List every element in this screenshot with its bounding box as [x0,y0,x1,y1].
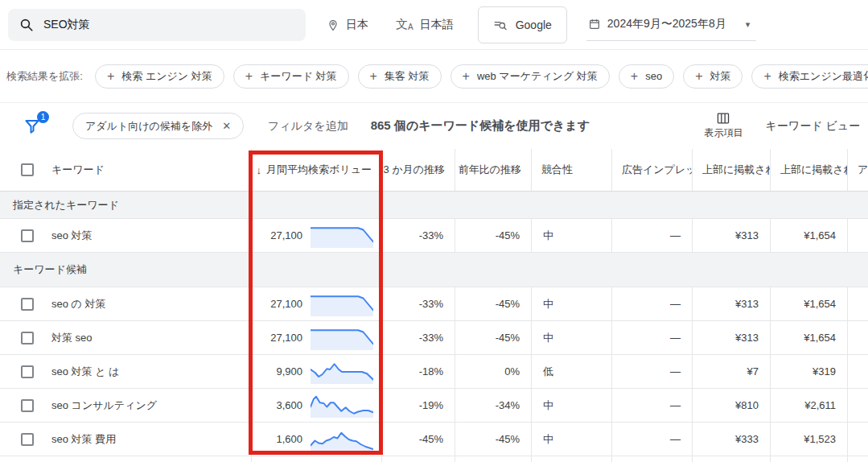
top-bid-high-value: ¥1,523 [804,433,836,445]
keyword-label: seo 対策 [51,229,93,243]
ad-impressions-cell: — [611,219,692,252]
search-icon [19,18,34,32]
row-checkbox[interactable] [21,298,34,311]
volume-cell: 9,900 [251,355,381,388]
three-month-cell: -33% [381,219,455,252]
row-checkbox[interactable] [21,365,34,378]
chip-label: 対策 [710,69,730,84]
language-selector[interactable]: 文A 日本語 [396,17,454,32]
ad-impressions-cell: — [611,287,692,320]
keyword-label: seo 対策 費用 [51,432,116,447]
yoy-value: -45% [496,332,520,344]
competition-cell: 中 [531,321,611,354]
active-filter-chip[interactable]: アダルト向けの候補を除外 ✕ [72,113,244,139]
header-keyword[interactable]: キーワード [0,149,251,191]
ad-impressions-cell: — [611,389,692,422]
header-three-month-label: 3 か月の推移 [384,163,445,177]
top-bid-high-value: ¥1,654 [804,229,836,241]
filter-funnel-button[interactable]: 1 [23,117,42,136]
ad-impressions-value: — [670,365,681,377]
location-label: 日本 [346,18,368,32]
top-bid-high-cell: ¥1,654 [770,321,847,354]
expand-keyword-chip[interactable]: + web マーケティング 対策 [450,64,610,89]
ad-impressions-cell: — [611,321,692,354]
ad-impressions-value: — [670,433,681,445]
plus-icon: + [631,70,638,83]
table-tools: 表示項目 キーワード ビュー [704,112,860,140]
chip-label: 集客 対策 [385,69,430,84]
three-month-cell: -45% [381,423,455,456]
three-month-value: -33% [419,229,443,241]
header-three-month[interactable]: 3 か月の推移 [381,149,455,191]
header-yoy[interactable]: 前年比の推移 [455,149,531,191]
expand-keyword-chip[interactable]: + キーワード 対策 [233,64,349,89]
ad-impressions-value: — [670,332,681,344]
yoy-cell: -34% [455,389,531,422]
competition-cell: 中 [531,219,611,252]
trend-sparkline [311,292,373,316]
account-cell [847,355,868,388]
expand-keyword-chip[interactable]: + 検索エンジン最適化 [751,64,868,89]
keyword-search-input[interactable] [43,19,294,31]
columns-button[interactable]: 表示項目 [704,112,743,140]
account-cell [847,321,868,354]
header-top-bid-high-label: 上部に掲載され [780,163,847,177]
volume-value: 27,100 [261,332,302,344]
search-network-icon [493,18,508,32]
network-selector-button[interactable]: Google [478,6,567,43]
volume-cell: 27,100 [251,321,381,354]
top-bid-high-value: ¥319 [812,365,836,377]
plus-icon: + [245,70,253,83]
remove-filter-icon[interactable]: ✕ [222,120,231,132]
row-checkbox[interactable] [21,399,34,412]
ad-impressions-value: — [670,229,681,241]
top-bid-low-cell: ¥7 [692,355,770,388]
keyword-view-selector[interactable]: キーワード ビュー [765,119,860,134]
header-account-label: アカ [858,163,868,177]
row-checkbox[interactable] [21,433,34,446]
keyword-label: 対策 seo [51,331,93,345]
expand-keyword-chip[interactable]: + 集客 対策 [358,64,442,89]
expand-results-row: 検索結果を拡張: + 検索 エンジン 対策 + キーワード 対策 + 集客 対策… [0,50,868,103]
ad-impressions-value: — [670,298,681,310]
top-bid-high-cell: ¥1,523 [770,423,847,456]
keyword-planner-page: 日本 文A 日本語 Google 2024年9月〜2025年8月 ▾ 検索結果を… [0,0,868,462]
volume-cell: 27,100 [251,219,381,252]
competition-value: 中 [543,398,553,413]
active-filter-label: アダルト向けの候補を除外 [85,119,212,134]
row-checkbox[interactable] [21,229,34,242]
ad-impressions-cell: — [611,355,692,388]
expand-keyword-chip[interactable]: + 検索 エンジン 対策 [95,64,224,89]
location-selector[interactable]: 日本 [327,18,368,32]
header-top-bid-low[interactable]: 上部に掲載され [692,149,770,191]
header-account[interactable]: アカ [847,149,868,191]
keyword-search-box[interactable] [8,9,306,41]
three-month-cell: -33% [381,321,455,354]
chevron-down-icon: ▾ [746,19,751,30]
yoy-value: -34% [496,399,520,411]
expand-keyword-chip[interactable]: + seo [619,64,674,89]
translate-icon: 文A [396,17,413,32]
expand-chip-list: + 検索 エンジン 対策 + キーワード 対策 + 集客 対策 + web マー… [95,64,868,89]
expand-keyword-chip[interactable]: + 対策 [683,64,743,89]
table-row: seo コンサルティング 3,600 -19% -34% 中 — ¥810 ¥2… [0,389,868,423]
volume-cell: 1,600 [251,423,381,456]
header-volume[interactable]: ↓ 月間平均検索ボリュー [251,149,381,191]
competition-value: 低 [543,365,553,379]
three-month-value: -33% [419,298,443,310]
header-top-bid-high[interactable]: 上部に掲載され [770,149,847,191]
competition-cell: 中 [531,389,611,422]
trend-sparkline [311,394,373,418]
keyword-cell: seo 対策 費用 [0,423,251,456]
header-ad-impressions[interactable]: 広告インプレッ [611,149,692,191]
three-month-value: -18% [419,365,443,377]
row-checkbox[interactable] [21,332,34,344]
keyword-cell: seo の 対策 [0,287,251,320]
top-bid-low-value: ¥313 [735,298,759,310]
add-filter-button[interactable]: フィルタを追加 [268,119,348,134]
select-all-checkbox[interactable] [21,163,34,176]
header-competition[interactable]: 競合性 [531,149,611,191]
network-label: Google [516,19,552,31]
date-range-selector[interactable]: 2024年9月〜2025年8月 ▾ [586,9,756,41]
keyword-cell: seo 対策 と は [0,355,251,388]
